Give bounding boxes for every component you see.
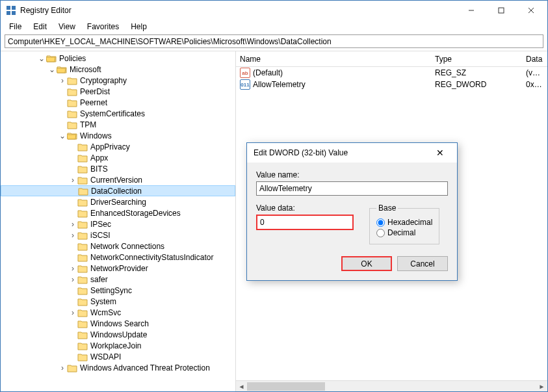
tree-toggle-icon[interactable]: [68, 176, 77, 185]
folder-icon: [67, 87, 77, 96]
tree-item-appprivacy[interactable]: AppPrivacy: [1, 141, 235, 152]
radio-hexadecimal[interactable]: [376, 218, 385, 227]
tree-item-datacollection[interactable]: DataCollection: [1, 185, 235, 196]
tree-item-windows[interactable]: Windows: [1, 130, 235, 141]
tree-item-workplacejoin[interactable]: WorkplaceJoin: [1, 340, 235, 351]
col-header-data[interactable]: Data: [522, 51, 547, 66]
tree-item-wcmsvc[interactable]: WcmSvc: [1, 307, 235, 318]
list-row[interactable]: ab (Default) REG_SZ (value n: [236, 67, 547, 79]
list-header: Name Type Data: [236, 51, 547, 67]
tree-item-system[interactable]: System: [1, 296, 235, 307]
cancel-button[interactable]: Cancel: [397, 256, 448, 271]
tree-toggle-icon[interactable]: [58, 76, 67, 85]
col-header-type[interactable]: Type: [431, 51, 522, 66]
tree-toggle-icon[interactable]: [58, 109, 67, 118]
tree-toggle-icon[interactable]: [68, 319, 77, 328]
tree-item-appx[interactable]: Appx: [1, 152, 235, 163]
tree-toggle-icon[interactable]: [68, 153, 77, 163]
tree-toggle-icon[interactable]: [68, 198, 77, 207]
maximize-button[interactable]: [486, 1, 516, 20]
tree-toggle-icon[interactable]: [69, 187, 78, 196]
tree-item-wdatp[interactable]: Windows Advanced Threat Protection: [1, 362, 235, 373]
menu-edit[interactable]: Edit: [27, 21, 53, 33]
tree-label: TPM: [80, 120, 96, 129]
tree-toggle-icon[interactable]: [68, 275, 77, 284]
scroll-thumb[interactable]: [247, 382, 325, 391]
tree-item-settingsync[interactable]: SettingSync: [1, 285, 235, 296]
tree-item-networkconnectivitystatusindicator[interactable]: NetworkConnectivityStatusIndicator: [1, 252, 235, 263]
tree-item-peernet[interactable]: Peernet: [1, 97, 235, 108]
value-name-cell: (Default): [253, 68, 283, 77]
tree-toggle-icon[interactable]: [68, 231, 77, 240]
tree-toggle-icon[interactable]: [68, 142, 77, 151]
radio-decimal[interactable]: [376, 229, 385, 237]
menu-favorites[interactable]: Favorites: [81, 21, 125, 33]
tree-toggle-icon[interactable]: [37, 54, 46, 63]
menu-help[interactable]: Help: [125, 21, 153, 33]
tree-item-iscsi[interactable]: iSCSI: [1, 229, 235, 241]
tree-item-bits[interactable]: BITS: [1, 163, 235, 174]
tree-item-peerdist[interactable]: PeerDist: [1, 86, 235, 97]
list-row[interactable]: 011 AllowTelemetry REG_DWORD 0x00000: [236, 79, 547, 90]
tree-item-tpm[interactable]: TPM: [1, 119, 235, 130]
folder-icon: [77, 319, 88, 328]
tree-item-systemcertificates[interactable]: SystemCertificates: [1, 108, 235, 119]
tree-item-cryptography[interactable]: Cryptography: [1, 75, 235, 86]
tree-item-microsoft[interactable]: Microsoft: [1, 64, 235, 75]
tree-toggle-icon[interactable]: [68, 341, 77, 350]
value-type-cell: REG_DWORD: [431, 80, 522, 89]
ok-button[interactable]: OK: [341, 256, 392, 271]
tree-pane[interactable]: Policies Microsoft Cryptography PeerDist…: [1, 51, 236, 391]
col-header-name[interactable]: Name: [236, 51, 431, 66]
dialog-close-button[interactable]: ✕: [427, 143, 453, 163]
value-type-cell: REG_SZ: [431, 68, 522, 77]
tree-toggle-icon[interactable]: [68, 220, 77, 229]
tree-toggle-icon[interactable]: [68, 286, 77, 295]
tree-toggle-icon[interactable]: [68, 164, 77, 174]
horizontal-scrollbar[interactable]: ◄ ►: [236, 380, 547, 391]
tree-toggle-icon[interactable]: [68, 242, 77, 251]
tree-toggle-icon[interactable]: [68, 330, 77, 339]
tree-toggle-icon[interactable]: [68, 352, 77, 361]
tree-item-networkprovider[interactable]: NetworkProvider: [1, 263, 235, 274]
tree-label: WcmSvc: [90, 308, 121, 317]
close-button[interactable]: [516, 1, 546, 20]
tree-toggle-icon[interactable]: [68, 253, 77, 262]
tree-toggle-icon[interactable]: [58, 120, 67, 129]
tree-toggle-icon[interactable]: [68, 297, 77, 306]
tree-item-safer[interactable]: safer: [1, 274, 235, 285]
menu-file[interactable]: File: [3, 21, 27, 33]
scroll-left-arrow[interactable]: ◄: [236, 381, 247, 392]
value-name-field[interactable]: [256, 181, 448, 196]
tree-item-ipsec[interactable]: IPSec: [1, 218, 235, 229]
tree-item-wsdapi[interactable]: WSDAPI: [1, 351, 235, 362]
tree-item-policies[interactable]: Policies: [1, 53, 235, 64]
tree-label: PeerDist: [80, 87, 110, 96]
tree-toggle-icon[interactable]: [68, 308, 77, 317]
tree-item-driversearching[interactable]: DriverSearching: [1, 196, 235, 207]
menu-view[interactable]: View: [53, 21, 81, 33]
tree-toggle-icon[interactable]: [68, 264, 77, 273]
tree-item-enhancedstoragedevices[interactable]: EnhancedStorageDevices: [1, 207, 235, 218]
folder-icon: [77, 308, 88, 317]
tree-item-networkconnections[interactable]: Network Connections: [1, 241, 235, 252]
folder-icon: [77, 264, 88, 273]
address-bar[interactable]: Computer\HKEY_LOCAL_MACHINE\SOFTWARE\Pol…: [5, 34, 543, 48]
tree-toggle-icon[interactable]: [58, 87, 67, 96]
tree-label: Microsoft: [70, 65, 101, 74]
tree-label: Windows: [80, 131, 112, 140]
tree-toggle-icon[interactable]: [58, 363, 67, 372]
minimize-button[interactable]: [456, 1, 486, 20]
tree-item-currentversion[interactable]: CurrentVersion: [1, 174, 235, 185]
folder-icon: [77, 352, 88, 361]
folder-icon: [67, 363, 77, 372]
tree-toggle-icon[interactable]: [47, 65, 57, 74]
tree-item-windowssearch[interactable]: Windows Search: [1, 318, 235, 329]
scroll-right-arrow[interactable]: ►: [536, 381, 547, 392]
tree-toggle-icon[interactable]: [58, 131, 67, 140]
value-data-field[interactable]: [256, 215, 354, 230]
tree-item-windowsupdate[interactable]: WindowsUpdate: [1, 329, 235, 340]
tree-toggle-icon[interactable]: [58, 98, 67, 107]
tree-toggle-icon[interactable]: [68, 209, 77, 218]
radio-hexadecimal-label: Hexadecimal: [387, 218, 432, 227]
